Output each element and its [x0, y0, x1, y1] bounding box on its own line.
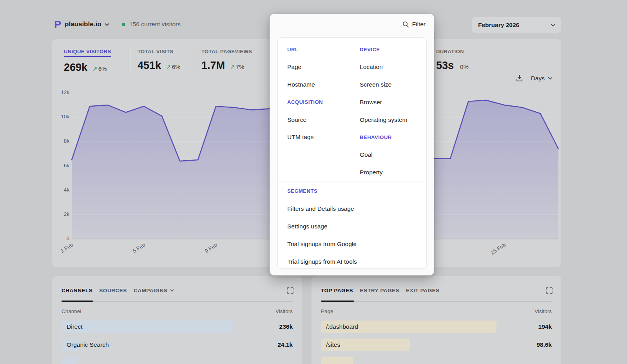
filter-section-header: BEHAVIOUR: [350, 129, 426, 146]
chevron-down-icon: [170, 289, 174, 292]
plausible-logo-icon: P: [54, 19, 63, 30]
channel-bar: [62, 357, 77, 364]
expand-icon[interactable]: [287, 287, 294, 294]
page-bar: [321, 357, 353, 364]
tab-top-pages[interactable]: TOP PAGES: [321, 288, 353, 293]
tab-exit-pages[interactable]: EXIT PAGES: [406, 288, 439, 293]
x-axis-tick-label: 25 Feb: [483, 242, 507, 260]
trend-up-icon: ↗: [230, 63, 235, 70]
pages-tabs: TOP PAGES ENTRY PAGES EXIT PAGES: [321, 288, 538, 293]
stat-divider: [130, 46, 130, 74]
pages-rows: /:dashboard194k/sites98.6k: [321, 318, 552, 364]
channels-rows: Direct236kOrganic Search24.1k: [62, 318, 293, 364]
tab-entry-pages[interactable]: ENTRY PAGES: [360, 288, 399, 293]
y-axis-tick-label: 8k: [55, 138, 69, 144]
live-dot-icon: [122, 23, 125, 26]
row-label: /sites: [326, 336, 340, 354]
filter-item-hostname[interactable]: Hostname: [278, 76, 350, 94]
segment-item-filters-and-details-usage[interactable]: Filters and Details usage: [278, 200, 426, 217]
segment-item-trial-signups-from-ai-tools[interactable]: Trial signups from AI tools: [278, 253, 426, 269]
filter-item-page[interactable]: Page: [278, 58, 350, 76]
y-axis-tick-label: 6k: [55, 163, 69, 168]
row-value: 236k: [279, 318, 293, 336]
filter-item-goal[interactable]: Goal: [350, 146, 426, 164]
filter-item-screen-size[interactable]: Screen size: [350, 76, 426, 94]
segments-header: SEGMENTS: [278, 182, 426, 200]
filter-section-header: URL: [278, 41, 350, 58]
site-name[interactable]: plausible.io: [65, 20, 101, 28]
filter-column: DEVICELocationScreen sizeBrowserOperatin…: [350, 41, 426, 181]
row-label: Organic Search: [67, 336, 109, 354]
trend-up-icon: ↗: [166, 63, 171, 70]
segment-item-trial-signups-from-google[interactable]: Trial signups from Google: [278, 235, 426, 253]
filter-card: URLPageHostnameACQUISITIONSourceUTM tags…: [277, 37, 427, 269]
download-icon[interactable]: [516, 74, 523, 82]
y-axis-tick-label: 0: [55, 235, 69, 241]
tab-campaigns[interactable]: CAMPAIGNS: [134, 288, 174, 293]
filter-button-label: Filter: [412, 21, 426, 28]
x-axis-tick-label: 9 Feb: [195, 242, 218, 260]
interval-label: Days: [531, 75, 545, 82]
chevron-down-icon[interactable]: [105, 23, 109, 26]
chevron-down-icon: [551, 24, 556, 27]
tab-sources[interactable]: SOURCES: [99, 288, 127, 293]
stat-total-pageviews[interactable]: TOTAL PAGEVIEWS 1.7M ↗7%: [201, 48, 252, 72]
filter-item-property[interactable]: Property: [350, 164, 426, 181]
channel-bar: [62, 321, 233, 333]
interval-select[interactable]: Days: [531, 75, 553, 82]
y-axis-tick-label: 2k: [55, 211, 69, 217]
chevron-down-icon: [548, 77, 553, 80]
table-row[interactable]: /:dashboard194k: [321, 318, 552, 336]
segments-list: SEGMENTSFilters and Details usageSetting…: [278, 181, 426, 269]
column-header-page: Page: [321, 308, 333, 314]
table-row[interactable]: Organic Search24.1k: [62, 336, 293, 354]
stat-divider: [260, 46, 260, 74]
column-header-channel: Channel: [62, 308, 81, 314]
y-axis-tick-label: 10k: [55, 114, 69, 120]
active-tab-underline: [321, 301, 354, 302]
row-label: /:dashboard: [326, 318, 358, 336]
x-axis-tick-label: 1 Feb: [51, 242, 74, 260]
segment-item-settings-usage[interactable]: Settings usage: [278, 217, 426, 235]
table-row: [62, 354, 293, 364]
stat-duration[interactable]: DURATION 53s 0%: [436, 48, 469, 72]
trend-up-icon: ↗: [92, 65, 98, 72]
current-visitors[interactable]: 156 current visitors: [122, 21, 181, 28]
tab-divider: [62, 301, 293, 302]
filter-column: URLPageHostnameACQUISITIONSourceUTM tags: [278, 41, 350, 181]
row-value: 98.6k: [536, 336, 552, 354]
channels-panel: CHANNELS SOURCES CAMPAIGNS Channel Visit…: [52, 276, 302, 364]
active-tab-underline: [62, 301, 93, 302]
tab-channels[interactable]: CHANNELS: [62, 288, 92, 293]
filter-button[interactable]: Filter: [402, 21, 426, 28]
graph-toolbar: Days: [516, 74, 553, 82]
column-header-visitors: Visitors: [535, 308, 552, 314]
y-axis-tick-label: 12k: [55, 89, 69, 95]
table-row[interactable]: Direct236k: [62, 318, 293, 336]
date-range-select[interactable]: February 2026: [472, 17, 561, 33]
filter-item-location[interactable]: Location: [350, 58, 426, 76]
x-axis-tick-label: 5 Feb: [123, 242, 146, 260]
filter-item-source[interactable]: Source: [278, 111, 350, 129]
tab-divider: [321, 301, 552, 302]
filter-dropdown: Filter URLPageHostnameACQUISITIONSourceU…: [270, 14, 434, 275]
stat-total-visits[interactable]: TOTAL VISITS 451k ↗6%: [138, 48, 180, 72]
pages-panel: TOP PAGES ENTRY PAGES EXIT PAGES Page Vi…: [312, 276, 561, 364]
svg-text:P: P: [54, 19, 61, 30]
y-axis-tick-label: 4k: [55, 187, 69, 193]
filter-item-browser[interactable]: Browser: [350, 93, 426, 111]
filter-section-header: ACQUISITION: [278, 93, 350, 111]
expand-icon[interactable]: [546, 287, 553, 294]
filter-item-utm-tags[interactable]: UTM tags: [278, 129, 350, 146]
table-row[interactable]: /sites98.6k: [321, 336, 552, 354]
row-label: Direct: [67, 318, 82, 336]
filter-section-header: DEVICE: [350, 41, 426, 58]
table-row: [321, 354, 552, 364]
date-range-label: February 2026: [478, 22, 519, 29]
stat-divider: [193, 46, 193, 74]
column-header-visitors: Visitors: [275, 308, 293, 314]
row-value: 194k: [538, 318, 552, 336]
filter-columns: URLPageHostnameACQUISITIONSourceUTM tags…: [278, 38, 426, 181]
filter-item-operating-system[interactable]: Operating system: [350, 111, 426, 129]
stat-unique-visitors[interactable]: UNIQUE VISITORS 269k ↗6%: [64, 48, 111, 74]
